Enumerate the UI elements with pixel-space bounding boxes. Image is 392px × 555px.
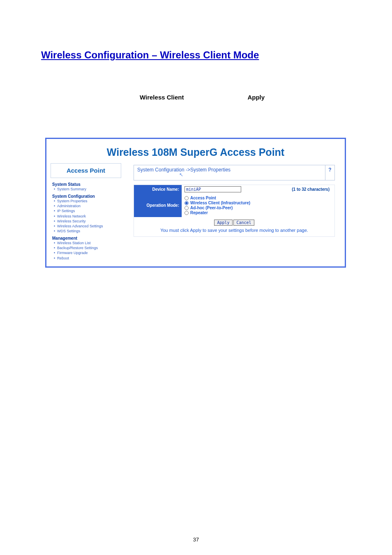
mode-wireless-client[interactable]: Wireless Client (Infrastructure) <box>184 201 250 205</box>
mode-adhoc-label: Ad-hoc (Peer-to-Peer) <box>190 206 233 210</box>
apply-note: You must click Apply to save your settin… <box>134 227 334 236</box>
mode-repeater[interactable]: Repeater <box>184 210 250 215</box>
sidebar-item-wireless-station-list[interactable]: Wireless Station List <box>54 240 121 245</box>
breadcrumb-text: System Configuration ->System Properties <box>137 167 231 173</box>
cursor-icon: ↖ <box>179 172 183 178</box>
screenshot-container: Wireless 108M SuperG Access Point Access… <box>45 138 346 268</box>
operation-mode-group: Access Point Wireless Client (Infrastruc… <box>184 195 250 216</box>
mode-access-point-label: Access Point <box>190 196 216 200</box>
page-number: 37 <box>0 536 392 543</box>
sidebar-title: Access Point <box>67 167 105 174</box>
sidebar: Access Point System Status System Summar… <box>51 163 121 262</box>
app-title: Wireless 108M SuperG Access Point <box>46 146 345 158</box>
mode-adhoc[interactable]: Ad-hoc (Peer-to-Peer) <box>184 206 250 210</box>
apply-button[interactable]: Apply <box>214 220 232 226</box>
sidebar-item-wireless-security[interactable]: Wireless Security <box>54 219 121 224</box>
sidebar-item-ip-settings[interactable]: IP Settings <box>54 208 121 213</box>
cancel-button[interactable]: Cancel <box>233 220 254 226</box>
sidebar-item-firmware-upgrade[interactable]: Firmware Upgrade <box>54 250 121 255</box>
properties-form: Device Name: (1 to 32 characters) Operat… <box>134 185 335 237</box>
mode-access-point[interactable]: Access Point <box>184 196 250 200</box>
sidebar-head-system-config: System Configuration <box>51 193 121 199</box>
main-panel: System Configuration ->System Properties… <box>134 163 335 237</box>
help-button[interactable]: ? <box>325 165 334 180</box>
breadcrumb: System Configuration ->System Properties… <box>134 165 325 180</box>
label-wireless-client: Wireless Client <box>140 94 184 101</box>
char-limit: (1 to 32 characters) <box>292 187 332 192</box>
sidebar-item-backup-restore[interactable]: Backup/Restore Settings <box>54 245 121 250</box>
sidebar-title-box: Access Point <box>51 163 121 178</box>
mode-repeater-label: Repeater <box>190 210 208 215</box>
section-heading: Wireless Configuration – Wireless Client… <box>41 49 351 61</box>
sidebar-item-administration[interactable]: Administration <box>54 204 121 208</box>
sidebar-head-management: Management <box>51 235 121 240</box>
device-name-label: Device Name: <box>134 185 182 194</box>
sidebar-head-system-status: System Status <box>51 181 121 187</box>
sidebar-item-system-properties[interactable]: System Properties <box>54 199 121 204</box>
label-apply: Apply <box>247 94 265 101</box>
mode-wireless-client-label: Wireless Client (Infrastructure) <box>190 201 250 205</box>
sidebar-item-wds-settings[interactable]: WDS Settings <box>54 229 121 234</box>
sidebar-item-system-summary[interactable]: System Summary <box>54 187 121 192</box>
operation-mode-label: Operation Mode: <box>134 194 182 217</box>
sidebar-item-wireless-network[interactable]: Wireless Network <box>54 214 121 219</box>
device-name-input[interactable] <box>184 186 241 192</box>
sidebar-item-reboot[interactable]: Reboot <box>54 256 121 261</box>
app-banner: Wireless 108M SuperG Access Point <box>46 139 345 163</box>
breadcrumb-bar: System Configuration ->System Properties… <box>134 165 335 180</box>
sidebar-item-wireless-advanced[interactable]: Wireless Advanced Settings <box>54 224 121 229</box>
